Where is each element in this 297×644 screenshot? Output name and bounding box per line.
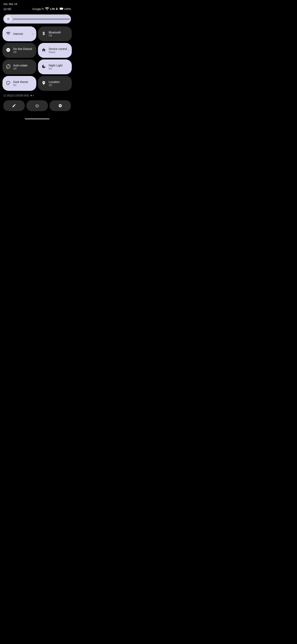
svg-line-11 <box>9 18 9 18</box>
qs-tile-text-dark-theme: Dark theme On <box>13 80 28 87</box>
brightness-icon-container <box>5 16 11 22</box>
home-bar <box>25 118 49 119</box>
qs-tile-bluetooth[interactable]: Bluetooth Off <box>38 26 72 41</box>
qs-tile-subtitle-dark-theme: On <box>13 84 28 87</box>
power-button[interactable] <box>26 100 48 111</box>
qs-tile-subtitle-do-not-disturb: Off <box>13 51 32 54</box>
signal-icon <box>56 7 59 11</box>
dot-inactive <box>32 95 34 96</box>
qs-tile-auto-rotate[interactable]: Auto-rotate Off <box>2 60 36 74</box>
qs-tile-do-not-disturb[interactable]: Do Not Disturb Off <box>2 43 36 58</box>
home-icon <box>41 48 46 53</box>
qs-tile-text-device-control: Device control Home <box>49 47 67 54</box>
qs-tile-night-light[interactable]: Night Light On <box>38 60 72 74</box>
settings-icon <box>58 104 62 108</box>
brightness-icon <box>6 17 10 21</box>
settings-button[interactable] <box>49 100 71 111</box>
qs-tile-title-internet: Internet <box>13 32 23 36</box>
carrier-name: Google Fi <box>32 8 44 10</box>
qs-tile-title-bluetooth: Bluetooth <box>49 31 61 34</box>
carrier-info: Google Fi LTE 100% <box>32 6 71 12</box>
svg-line-7 <box>9 20 9 20</box>
location-icon <box>41 81 46 86</box>
dnd-icon <box>6 48 11 53</box>
brightness-track-line <box>13 19 70 20</box>
edit-button[interactable] <box>3 100 25 111</box>
qs-tile-text-bluetooth: Bluetooth Off <box>49 31 61 37</box>
qs-tile-title-auto-rotate: Auto-rotate <box>13 64 27 67</box>
qs-tile-subtitle-bluetooth: Off <box>49 34 61 37</box>
moon-icon <box>41 64 46 70</box>
network-type: LTE <box>50 8 55 10</box>
svg-line-6 <box>7 18 7 18</box>
qs-tile-subtitle-device-control: Home <box>49 51 67 54</box>
home-indicator <box>0 117 74 122</box>
qs-tile-text-internet: Internet <box>13 32 23 36</box>
date: Sat, Mar 19 <box>3 2 71 6</box>
qs-tile-title-night-light: Night Light <box>49 64 62 67</box>
qs-tile-subtitle-location: Off <box>49 84 60 87</box>
qs-tile-arrow-device-control: › <box>68 49 69 52</box>
qs-tile-text-do-not-disturb: Do Not Disturb Off <box>13 47 32 54</box>
page-dots <box>30 95 34 96</box>
power-icon <box>35 104 39 108</box>
wifi-icon <box>45 6 49 12</box>
qs-tile-device-control[interactable]: Device control Home › <box>38 43 72 58</box>
qs-tile-arrow-internet: › <box>32 32 33 36</box>
qs-tile-text-auto-rotate: Auto-rotate Off <box>13 64 27 70</box>
qs-tile-text-night-light: Night Light On <box>49 64 62 70</box>
battery-icon <box>60 7 63 11</box>
svg-point-3 <box>7 18 9 20</box>
status-bar: Sat, Mar 19 12:00 Google Fi LTE 100% <box>0 0 74 12</box>
qs-tile-text-location: Location Off <box>49 80 60 87</box>
footer: 12 (SQ1D.220205.003) <box>0 91 74 117</box>
dot-active <box>30 95 32 96</box>
svg-rect-1 <box>63 8 63 9</box>
qs-tile-internet[interactable]: Internet › <box>2 26 36 41</box>
qs-tile-title-location: Location <box>49 80 60 84</box>
qs-tile-subtitle-auto-rotate: Off <box>13 67 27 70</box>
svg-rect-2 <box>60 8 63 10</box>
build-info: 12 (SQ1D.220205.003) <box>3 94 29 97</box>
battery-pct: 100% <box>64 8 71 10</box>
brightness-slider-container[interactable] <box>0 12 74 26</box>
qs-tile-subtitle-night-light: On <box>49 67 62 70</box>
edit-icon <box>12 104 16 108</box>
half-circle-icon <box>6 81 11 86</box>
rotate-icon <box>6 64 11 70</box>
wifi-icon <box>6 31 11 37</box>
qs-tile-dark-theme[interactable]: Dark theme On <box>2 76 36 91</box>
bluetooth-icon <box>41 31 46 37</box>
time: 12:00 <box>3 7 11 11</box>
brightness-track[interactable] <box>3 14 71 24</box>
bottom-buttons <box>3 100 71 111</box>
qs-tile-title-dark-theme: Dark theme <box>13 80 28 84</box>
quick-settings-grid: Internet › Bluetooth Off Do Not Disturb … <box>0 26 74 91</box>
qs-tile-title-device-control: Device control <box>49 47 67 50</box>
qs-tile-location[interactable]: Location Off <box>38 76 72 91</box>
brightness-thumb[interactable] <box>4 15 12 23</box>
svg-line-10 <box>7 20 7 20</box>
qs-tile-title-do-not-disturb: Do Not Disturb <box>13 47 32 50</box>
